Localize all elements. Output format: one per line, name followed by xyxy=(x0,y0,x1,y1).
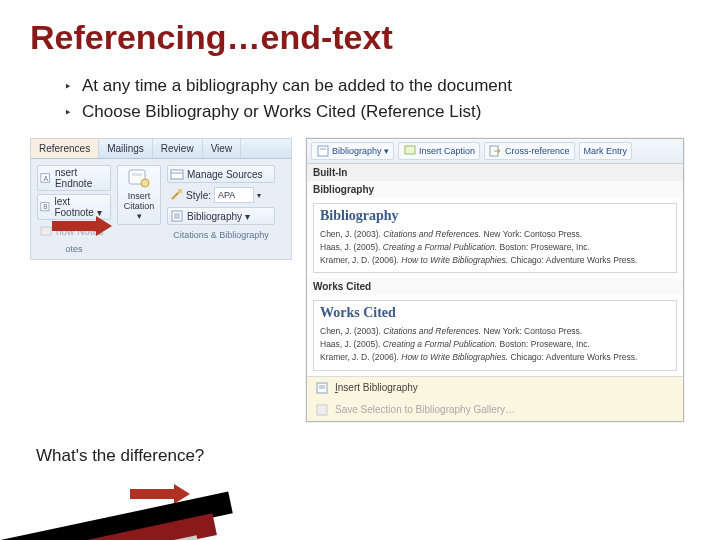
svg-rect-15 xyxy=(318,146,328,156)
group-label-citations: Citations & Bibliography xyxy=(167,228,275,243)
bullet-item: ‣ At any time a bibliography can be adde… xyxy=(64,73,690,99)
label: Insert Citation ▾ xyxy=(120,192,158,222)
label: Bibliography ▾ xyxy=(187,211,250,222)
tab-view[interactable]: View xyxy=(203,139,242,158)
svg-text:A: A xyxy=(43,175,48,182)
dropdown-top-toolbar: Bibliography ▾ Insert Caption Cross-refe… xyxy=(307,139,683,164)
svg-rect-6 xyxy=(132,173,142,176)
svg-text:B: B xyxy=(43,203,47,210)
reference-line: Haas, J. (2005). Creating a Formal Publi… xyxy=(320,338,670,351)
ribbon-tabs: References Mailings Review View xyxy=(31,139,291,159)
label: Cross-reference xyxy=(505,146,570,156)
insert-endnote-button[interactable]: A nsert Endnote xyxy=(37,165,111,191)
bullet-list: ‣ At any time a bibliography can be adde… xyxy=(64,73,690,124)
citation-icon xyxy=(127,168,151,190)
save-selection-button: Save Selection to Bibliography Gallery… xyxy=(307,399,683,421)
group-label-notes: otes xyxy=(37,242,111,257)
reference-line: Kramer, J. D. (2006). How to Write Bibli… xyxy=(320,254,670,267)
reference-line: Haas, J. (2005). Creating a Formal Publi… xyxy=(320,241,670,254)
bibliography-icon xyxy=(315,381,329,395)
label: Insert Insert BibliographyBibliography xyxy=(335,382,418,393)
card-heading: Works Cited xyxy=(307,278,683,295)
card-title: Works Cited xyxy=(320,305,670,321)
label: lext Footnote ▾ xyxy=(54,196,108,218)
notes-icon xyxy=(39,224,53,238)
word-ribbon: References Mailings Review View A nsert … xyxy=(30,138,292,260)
dd-bibliography-button[interactable]: Bibliography ▾ xyxy=(311,142,394,160)
bullet-marker: ‣ xyxy=(64,103,82,123)
screenshots-row: References Mailings Review View A nsert … xyxy=(30,138,690,422)
insert-bibliography-button[interactable]: Insert Insert BibliographyBibliography xyxy=(307,377,683,399)
cross-reference-button[interactable]: Cross-reference xyxy=(484,142,575,160)
tab-references[interactable]: References xyxy=(31,139,99,158)
label: Bibliography ▾ xyxy=(332,146,389,156)
tab-mailings[interactable]: Mailings xyxy=(99,139,153,158)
manage-sources-button[interactable]: Manage Sources xyxy=(167,165,275,183)
bullet-item: ‣ Choose Bibliography or Works Cited (Re… xyxy=(64,99,690,125)
svg-point-7 xyxy=(141,179,149,187)
manage-icon xyxy=(170,167,184,181)
crossref-icon xyxy=(489,144,503,158)
bibliography-icon xyxy=(170,209,184,223)
label: Save Selection to Bibliography Gallery… xyxy=(335,404,515,415)
style-label: Style: xyxy=(186,190,211,201)
bibliography-dropdown: Bibliography ▾ Insert Caption Cross-refe… xyxy=(306,138,684,422)
mark-entry-button[interactable]: Mark Entry xyxy=(579,142,633,160)
insert-citation-button[interactable]: Insert Citation ▾ xyxy=(117,165,161,225)
style-value[interactable]: APA xyxy=(214,187,254,203)
style-selector[interactable]: Style: APA ▾ xyxy=(167,186,275,204)
bullet-text: Choose Bibliography or Works Cited (Refe… xyxy=(82,99,481,125)
bibliography-icon xyxy=(316,144,330,158)
dropdown-footer: Insert Insert BibliographyBibliography S… xyxy=(307,376,683,421)
reference-line: Kramer, J. D. (2006). How to Write Bibli… xyxy=(320,351,670,364)
caption-icon xyxy=(403,144,417,158)
label: nsert Endnote xyxy=(55,167,108,189)
label: Mark Entry xyxy=(584,146,628,156)
svg-rect-4 xyxy=(41,227,51,235)
bullet-marker: ‣ xyxy=(64,77,82,97)
label: Insert Caption xyxy=(419,146,475,156)
built-in-label: Built-In xyxy=(307,164,683,181)
corner-decoration xyxy=(0,496,244,540)
bibliography-card[interactable]: Bibliography Chen, J. (2003). Citations … xyxy=(313,203,677,273)
bullet-text: At any time a bibliography can be added … xyxy=(82,73,512,99)
svg-rect-8 xyxy=(171,170,183,179)
style-icon xyxy=(169,188,183,202)
svg-rect-17 xyxy=(405,146,415,154)
chevron-down-icon[interactable]: ▾ xyxy=(257,191,261,200)
reference-line: Chen, J. (2003). Citations and Reference… xyxy=(320,325,670,338)
works-cited-card[interactable]: Works Cited Chen, J. (2003). Citations a… xyxy=(313,300,677,370)
card-title: Bibliography xyxy=(320,208,670,224)
red-arrow-icon xyxy=(52,216,112,236)
card-heading: Bibliography xyxy=(307,181,683,198)
insert-caption-button[interactable]: Insert Caption xyxy=(398,142,480,160)
label: Manage Sources xyxy=(187,169,263,180)
svg-rect-10 xyxy=(178,189,182,193)
svg-rect-22 xyxy=(317,405,327,415)
save-icon xyxy=(315,403,329,417)
reference-line: Chen, J. (2003). Citations and Reference… xyxy=(320,228,670,241)
endnote-icon: A xyxy=(40,171,52,185)
slide: Referencing…end-text ‣ At any time a bib… xyxy=(0,0,720,540)
tab-review[interactable]: Review xyxy=(153,139,203,158)
bibliography-button[interactable]: Bibliography ▾ xyxy=(167,207,275,225)
page-title: Referencing…end-text xyxy=(30,18,690,57)
footnote-icon: B xyxy=(40,200,51,214)
question-text: What's the difference? xyxy=(36,446,690,466)
